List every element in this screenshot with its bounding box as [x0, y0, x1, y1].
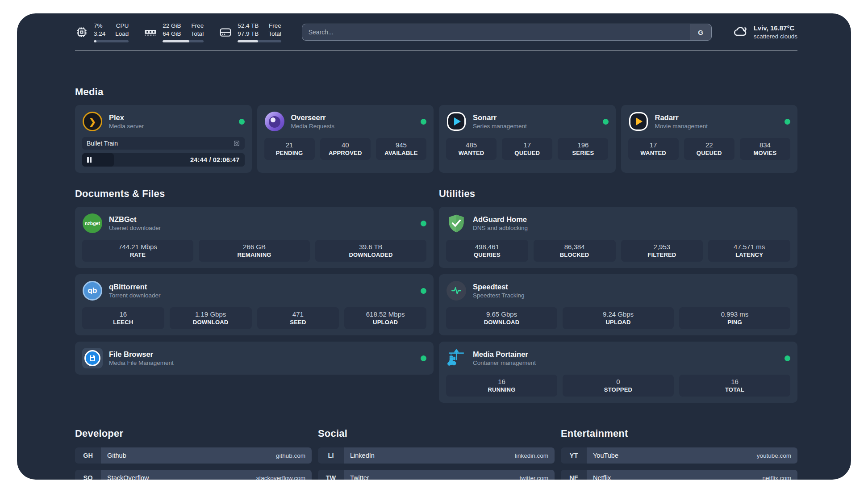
stat-queries: 498,461 QUERIES	[446, 240, 528, 262]
app-name: Plex	[109, 113, 144, 122]
stat-upload: 9.24 Gbps UPLOAD	[563, 307, 674, 329]
app-card-radarr[interactable]: Radarr Movie management 17 WANTED 22 QUE…	[621, 105, 798, 173]
app-card-overseerr[interactable]: Overseerr Media Requests 21 PENDING 40 A…	[257, 105, 434, 173]
disk-total: 97.9 TB	[238, 30, 259, 38]
app-card-speedtest[interactable]: Speedtest Speedtest Tracking 9.65 Gbps D…	[439, 274, 797, 335]
qbittorrent-icon: qb	[82, 280, 103, 301]
search-engine-button[interactable]: G	[690, 24, 711, 40]
stat-downloaded: 39.6 TB DOWNLOADED	[315, 240, 426, 262]
link-tag: TW	[318, 470, 344, 480]
links-grid: Developer GH Github github.com SO StackO…	[75, 428, 797, 480]
social-column: Social LI LinkedIn linkedin.com TW Twitt…	[318, 428, 555, 480]
app-name: File Browser	[109, 350, 174, 359]
status-indicator	[239, 119, 245, 125]
link-youtube[interactable]: YT YouTube youtube.com	[561, 447, 797, 464]
link-name: Netflix	[593, 474, 611, 480]
link-tag: LI	[318, 447, 344, 464]
dashboard-page: 7% CPU 3.24 Load	[0, 0, 868, 493]
link-name: Twitter	[350, 474, 369, 480]
stat-download: 9.65 Gbps DOWNLOAD	[446, 307, 557, 329]
ram-free-label: Free	[191, 22, 204, 30]
section-title-social: Social	[318, 428, 555, 439]
app-name: Speedtest	[473, 282, 525, 292]
link-url: github.com	[276, 452, 305, 459]
app-card-plex[interactable]: ❯ Plex Media server Bullet Train	[75, 105, 252, 173]
link-url: netflix.com	[762, 475, 791, 480]
stat-running: 16 RUNNING	[446, 375, 557, 397]
status-indicator	[603, 119, 609, 125]
stat-approved: 40 APPROVED	[320, 138, 371, 160]
stat-pending: 21 PENDING	[264, 138, 315, 160]
cpu-progress-bar	[94, 40, 129, 42]
app-name: Overseerr	[291, 113, 335, 122]
link-tag: NF	[561, 470, 587, 480]
dashboard-board: 7% CPU 3.24 Load	[17, 13, 851, 480]
app-name: Sonarr	[473, 113, 527, 122]
pause-button[interactable]	[87, 157, 92, 163]
stat-wanted: 17 WANTED	[628, 138, 679, 160]
app-subtitle: Series management	[473, 122, 527, 130]
ram-total: 64 GiB	[163, 30, 181, 38]
stat-filtered: 2,953 FILTERED	[621, 240, 703, 262]
app-subtitle: DNS and adblocking	[473, 224, 528, 232]
stat-total: 16 TOTAL	[679, 375, 790, 397]
portainer-icon	[446, 348, 467, 368]
link-name: StackOverflow	[107, 474, 149, 480]
link-name: Github	[107, 452, 126, 459]
app-subtitle: Media server	[109, 122, 144, 130]
disk-progress-bar	[238, 40, 281, 42]
link-tag: GH	[75, 447, 101, 464]
stat-latency: 47.571 ms LATENCY	[708, 240, 790, 262]
link-github[interactable]: GH Github github.com	[75, 447, 312, 464]
media-grid: ❯ Plex Media server Bullet Train	[75, 105, 797, 173]
status-indicator	[421, 221, 426, 226]
search-input[interactable]	[302, 24, 690, 40]
stat-queued: 22 QUEUED	[684, 138, 734, 160]
app-subtitle: Movie management	[655, 122, 708, 130]
disk-stat: 52.4 TB Free 97.9 TB Total	[219, 22, 281, 42]
link-twitter[interactable]: TW Twitter twitter.com	[318, 470, 555, 480]
sonarr-icon	[446, 111, 467, 132]
ram-free: 22 GiB	[163, 22, 181, 30]
disk-free-label: Free	[268, 22, 281, 30]
cpu-usage: 7%	[94, 22, 105, 30]
app-name: NZBGet	[109, 215, 161, 224]
stat-download: 1.19 Gbps DOWNLOAD	[170, 307, 252, 329]
cpu-label: CPU	[115, 22, 129, 30]
stat-wanted: 485 WANTED	[446, 138, 497, 160]
speedtest-icon	[446, 280, 467, 301]
developer-column: Developer GH Github github.com SO StackO…	[75, 428, 312, 480]
status-indicator	[421, 288, 426, 294]
ram-icon	[144, 25, 157, 39]
app-subtitle: Media Requests	[291, 122, 335, 130]
link-netflix[interactable]: NF Netflix netflix.com	[561, 470, 797, 480]
weather-location: Lviv, 16.87°C	[754, 24, 797, 33]
radarr-icon	[628, 111, 649, 132]
link-linkedin[interactable]: LI LinkedIn linkedin.com	[318, 447, 555, 464]
app-card-nzbget[interactable]: nzbget NZBGet Usenet downloader 744.21 M…	[75, 207, 434, 268]
app-card-adguard[interactable]: AdGuard Home DNS and adblocking 498,461 …	[439, 207, 797, 268]
middle-grid: Documents & Files nzbget NZBGet Usenet d…	[75, 188, 797, 403]
link-stackoverflow[interactable]: SO StackOverflow stackoverflow.com	[75, 470, 312, 480]
cpu-load: 3.24	[94, 30, 105, 38]
section-title-developer: Developer	[75, 428, 312, 439]
disk-free: 52.4 TB	[238, 22, 259, 30]
app-subtitle: Torrent downloader	[109, 292, 161, 300]
status-indicator	[785, 119, 790, 125]
app-card-sonarr[interactable]: Sonarr Series management 485 WANTED 17 Q…	[439, 105, 616, 173]
status-indicator	[785, 355, 790, 361]
ram-total-label: Total	[191, 30, 204, 38]
stat-available: 945 AVAILABLE	[376, 138, 426, 160]
app-card-qbittorrent[interactable]: qb qBittorrent Torrent downloader 16 LEE…	[75, 274, 434, 335]
cpu-icon	[75, 25, 88, 39]
app-card-portainer[interactable]: Media Portainer Container management 16 …	[439, 342, 797, 403]
app-card-filebrowser[interactable]: File Browser Media File Management	[75, 342, 434, 375]
cast-icon[interactable]	[233, 140, 240, 147]
stat-rate: 744.21 Mbps RATE	[82, 240, 193, 262]
link-url: twitter.com	[519, 475, 548, 480]
filebrowser-icon	[82, 348, 103, 368]
stat-blocked: 86,384 BLOCKED	[534, 240, 616, 262]
system-stats: 7% CPU 3.24 Load	[75, 22, 281, 42]
weather-widget: Lviv, 16.87°C scattered clouds	[732, 23, 797, 41]
header-divider	[75, 50, 797, 50]
